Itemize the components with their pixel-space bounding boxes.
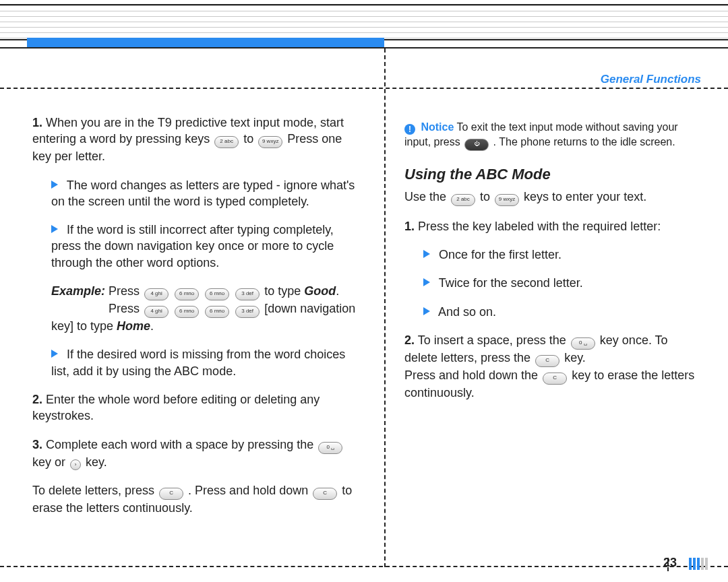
blue-tab-strip xyxy=(27,38,384,47)
bullet-word-changes: The word changes as letters are typed - … xyxy=(32,177,363,210)
example-good: Example: Press 4 ghi 6 mno 6 mno 3 def t… xyxy=(32,283,363,334)
right-column: ! Notice To exit the text input mode wit… xyxy=(404,120,701,413)
key-c-icon: C xyxy=(313,488,337,500)
key-6mno-icon: 6 mno xyxy=(175,306,199,318)
step-1: 1. When you are in the T9 predictive tex… xyxy=(32,115,363,165)
key-6mno-icon: 6 mno xyxy=(205,306,229,318)
key-right-nav-icon: › xyxy=(70,459,81,470)
key-3def-icon: 3 def xyxy=(235,288,260,300)
abc-step-1: 1. Press the key labeled with the requir… xyxy=(404,218,701,234)
triangle-bullet-icon xyxy=(51,350,58,358)
notice-icon: ! xyxy=(404,124,415,135)
key-4ghi-icon: 4 ghi xyxy=(144,306,169,318)
key-c-icon: C xyxy=(535,355,559,367)
triangle-bullet-icon xyxy=(51,225,58,233)
footer-colorbars xyxy=(693,558,708,570)
section-header: General Functions xyxy=(601,73,701,86)
triangle-bullet-icon xyxy=(423,250,430,258)
key-c-icon: C xyxy=(159,488,183,500)
key-9wxyz-icon: 9 wxyz xyxy=(495,194,519,206)
subheading-abc-mode: Using the ABC Mode xyxy=(404,164,701,185)
manual-page: General Functions 1. When you are in the… xyxy=(0,0,728,582)
step-2: 2. Enter the whole word before editing o… xyxy=(32,391,363,424)
key-c-icon: C xyxy=(543,373,567,385)
key-3def-icon: 3 def xyxy=(235,306,260,318)
notice-box: ! Notice To exit the text input mode wit… xyxy=(404,120,701,151)
abc-bullet-once: Once for the first letter. xyxy=(404,247,701,263)
key-2abc-icon: 2 abc xyxy=(451,194,475,206)
key-0space-icon: 0 ␣ xyxy=(318,442,342,454)
key-6mno-icon: 6 mno xyxy=(205,288,229,300)
step-3: 3. Complete each word with a space by pr… xyxy=(32,437,363,470)
abc-bullet-twice: Twice for the second letter. xyxy=(404,275,701,291)
key-0space-icon: 0 ␣ xyxy=(571,337,595,350)
abc-bullet-andsoon: And so on. xyxy=(404,304,701,320)
delete-note: To delete letters, press C . Press and h… xyxy=(32,482,363,516)
abc-intro: Use the 2 abc to 9 wxyz keys to enter yo… xyxy=(404,189,701,206)
triangle-bullet-icon xyxy=(51,181,58,189)
triangle-bullet-icon xyxy=(423,278,430,286)
column-divider xyxy=(384,48,386,567)
triangle-bullet-icon xyxy=(423,307,430,315)
bullet-still-incorrect: If the word is still incorrect after typ… xyxy=(32,222,363,271)
key-end-icon: ⏻ xyxy=(464,139,489,151)
key-6mno-icon: 6 mno xyxy=(175,288,199,300)
footer-dash-rule xyxy=(0,566,728,567)
top-rule-band xyxy=(0,4,728,40)
key-2abc-icon: 2 abc xyxy=(214,136,239,148)
left-column: 1. When you are in the T9 predictive tex… xyxy=(32,115,363,528)
top-separator xyxy=(0,47,728,48)
abc-step-2: 2. To insert a space, press the 0 ␣ key … xyxy=(404,332,701,401)
page-number-bar xyxy=(689,558,692,570)
page-number: 23 xyxy=(663,556,677,570)
header-dash-rule xyxy=(0,88,728,89)
key-4ghi-icon: 4 ghi xyxy=(144,288,169,300)
key-9wxyz-icon: 9 wxyz xyxy=(258,136,282,148)
bullet-missing-word: If the desired word is missing from the … xyxy=(32,346,363,379)
